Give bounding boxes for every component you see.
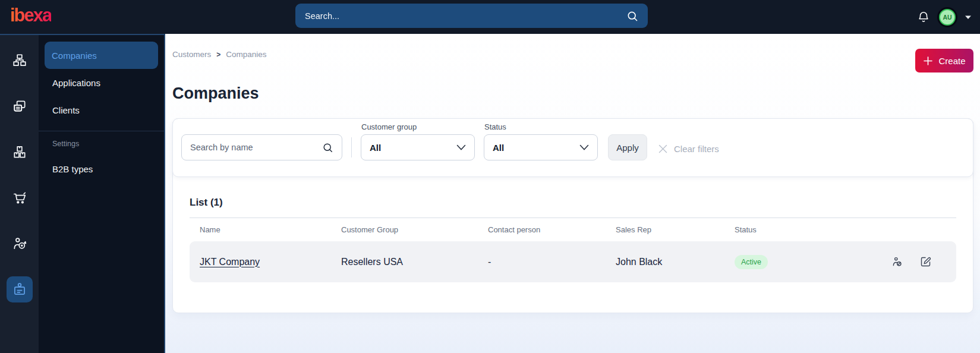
global-search[interactable]: [295, 4, 648, 28]
company-name-link[interactable]: JKT Company: [200, 257, 260, 267]
sidebar-item-clients[interactable]: Clients: [45, 96, 158, 124]
clear-filters-button[interactable]: Clear filters: [658, 144, 719, 154]
sidebar-divider: [39, 131, 164, 131]
status-badge: Active: [735, 255, 768, 269]
sidebar-item-applications[interactable]: Applications: [45, 69, 158, 96]
name-search-input[interactable]: [190, 143, 322, 152]
sidebar-item-label: B2B types: [52, 164, 93, 174]
status-value: All: [493, 143, 504, 153]
clear-filters-label: Clear filters: [674, 144, 719, 154]
cell-contact-person: -: [488, 257, 616, 267]
cell-customer-group: Resellers USA: [341, 257, 488, 267]
sitemap-icon[interactable]: [7, 48, 33, 74]
column-header-name: Name: [200, 225, 341, 234]
sidebar-section-settings: Settings: [45, 140, 158, 148]
table-row: JKT Company Resellers USA - John Black A…: [190, 241, 956, 282]
audience-target-icon[interactable]: [7, 231, 33, 257]
sidebar-item-b2b-types[interactable]: B2B types: [45, 155, 158, 182]
customer-group-value: All: [370, 143, 381, 153]
breadcrumb: Customers > Companies: [172, 50, 973, 59]
companies-card: Customer group All Status All Apply: [172, 118, 973, 313]
status-select[interactable]: All: [484, 134, 598, 160]
main-content: Customers > Companies Create Companies C…: [165, 34, 980, 353]
cart-icon[interactable]: [7, 185, 33, 211]
list-title: List (1): [190, 197, 956, 209]
sidebar-item-label: Clients: [52, 105, 80, 115]
user-menu-caret-down-icon[interactable]: [965, 15, 972, 20]
sidebar-panel: Companies Applications Clients Settings …: [39, 34, 165, 353]
global-search-input[interactable]: [305, 11, 626, 21]
filter-divider: [351, 137, 352, 157]
sidebar-item-label: Applications: [52, 78, 100, 88]
customer-badge-icon[interactable]: [7, 276, 33, 302]
table-header-row: Name Customer Group Contact person Sales…: [190, 218, 956, 241]
breadcrumb-customers[interactable]: Customers: [172, 50, 211, 59]
column-header-status: Status: [735, 225, 891, 234]
breadcrumb-separator: >: [216, 51, 220, 59]
status-label: Status: [484, 122, 598, 131]
notifications-bell-icon[interactable]: [917, 11, 930, 24]
sidebar-item-companies[interactable]: Companies: [45, 42, 158, 69]
status-field: Status All: [484, 122, 598, 160]
page-title: Companies: [172, 84, 973, 103]
sidebar-item-label: Companies: [52, 51, 97, 61]
customer-group-select[interactable]: All: [361, 134, 475, 160]
chevron-down-icon: [456, 144, 466, 150]
search-icon[interactable]: [322, 142, 333, 153]
cell-sales-rep: John Black: [616, 257, 735, 267]
row-actions: [891, 256, 956, 268]
apply-button[interactable]: Apply: [608, 134, 647, 160]
deactivate-user-icon[interactable]: [891, 256, 903, 268]
name-search-field[interactable]: [181, 134, 342, 160]
column-header-contact-person: Contact person: [488, 225, 616, 234]
customer-group-field: Customer group All: [361, 122, 475, 160]
list-section: List (1) Name Customer Group Contact per…: [173, 177, 973, 313]
products-boxes-icon[interactable]: [7, 139, 33, 165]
create-button[interactable]: Create: [915, 49, 973, 73]
column-header-customer-group: Customer Group: [341, 225, 488, 234]
plus-icon: [923, 56, 933, 66]
customer-group-label: Customer group: [361, 122, 475, 131]
ibexa-logo[interactable]: ibexa: [10, 5, 51, 26]
main-header: Customers > Companies Create: [172, 50, 973, 61]
edit-icon[interactable]: [919, 256, 932, 268]
breadcrumb-companies[interactable]: Companies: [226, 50, 266, 59]
user-avatar[interactable]: AU: [939, 9, 956, 26]
pages-icon[interactable]: [7, 93, 33, 119]
clear-x-icon: [658, 144, 668, 154]
chevron-down-icon: [579, 144, 589, 150]
create-button-label: Create: [938, 56, 965, 66]
filter-bar: Customer group All Status All Apply: [172, 118, 973, 177]
column-header-sales-rep: Sales Rep: [616, 225, 735, 234]
topbar-right-cluster: AU: [917, 0, 972, 34]
search-icon[interactable]: [626, 10, 638, 22]
topbar: ibexa AU: [0, 0, 980, 34]
sidebar-rail: [0, 34, 39, 353]
